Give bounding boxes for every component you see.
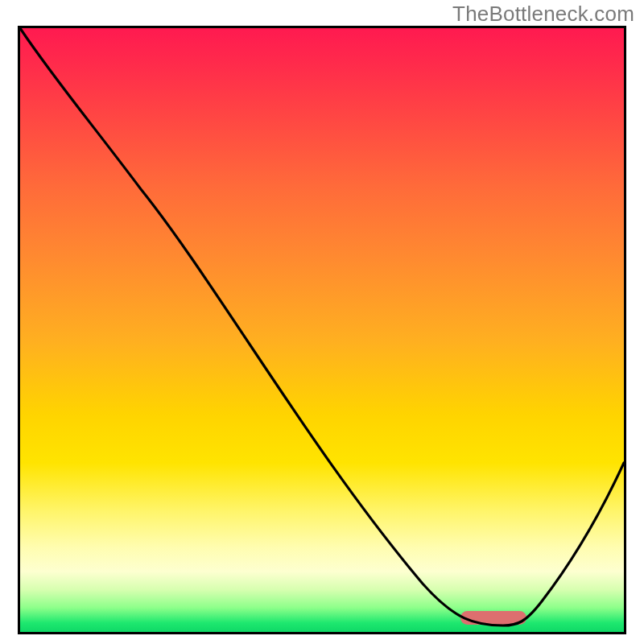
bottleneck-curve: [20, 28, 624, 632]
plot-area: [18, 26, 626, 634]
attribution-text: TheBottleneck.com: [452, 2, 634, 27]
